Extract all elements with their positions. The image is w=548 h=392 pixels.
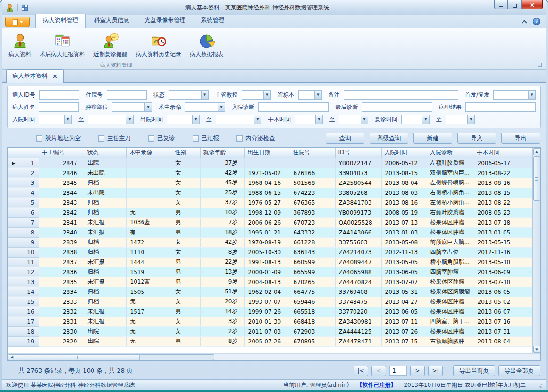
table-row[interactable]: 172831未汇报无女3岁2010-01-30668418ZA343098120…: [8, 317, 532, 326]
grid-cell[interactable]: 男: [172, 217, 200, 227]
grid-cell[interactable]: 2006-06-26: [244, 217, 290, 227]
column-header[interactable]: 性别: [172, 148, 200, 158]
grid-cell[interactable]: [244, 158, 290, 168]
grid-cell[interactable]: 2013-08-04: [381, 178, 427, 188]
grid-cell[interactable]: 1012蓝: [126, 277, 172, 287]
grid-cell[interactable]: 2847: [39, 158, 84, 168]
action-button-高级查询[interactable]: 高级查询: [370, 133, 408, 144]
grid-cell[interactable]: 33755603: [335, 237, 381, 247]
horizontal-scrollbar[interactable]: ◀: [8, 354, 214, 360]
grid-cell[interactable]: 男: [172, 336, 200, 346]
column-header[interactable]: 手术时间: [474, 148, 532, 158]
grid-cell[interactable]: 37岁: [200, 198, 244, 208]
grid-cell[interactable]: 2013-06-05: [474, 287, 532, 297]
grid-cell[interactable]: 676166: [290, 168, 335, 178]
grid-cell[interactable]: 1976-05-27: [244, 198, 290, 208]
grid-cell[interactable]: 2842: [39, 208, 84, 217]
maximize-button[interactable]: [508, 0, 522, 9]
grid-cell[interactable]: 13岁: [200, 267, 244, 277]
grid-cell[interactable]: 2837: [39, 257, 84, 267]
grid-cell[interactable]: 2013-08-22: [474, 168, 532, 178]
column-header[interactable]: 住院号: [290, 148, 335, 158]
grid-cell[interactable]: 643332: [290, 227, 335, 237]
combo-dropdown-arrow-icon[interactable]: ▼: [314, 91, 321, 99]
grid-cell[interactable]: 2846: [39, 168, 84, 178]
grid-cell[interactable]: 男: [172, 267, 200, 277]
grid-cell[interactable]: 归档: [84, 178, 126, 188]
grid-cell[interactable]: 2013-05-02: [474, 297, 532, 307]
grid-cell[interactable]: 3岁: [200, 317, 244, 326]
column-header[interactable]: 入院诊断: [427, 148, 474, 158]
grid-cell[interactable]: YB0072147: [335, 158, 381, 168]
grid-cell[interactable]: 松果体区肿瘤: [427, 217, 474, 227]
filter-combo[interactable]: ▼: [446, 115, 475, 124]
grid-cell[interactable]: 2832: [39, 307, 84, 317]
grid-cell[interactable]: 7岁: [200, 217, 244, 227]
grid-cell[interactable]: 1968-04-16: [244, 178, 290, 188]
grid-cell[interactable]: 桥小脑角胆脂...: [427, 257, 474, 267]
action-button-查询[interactable]: 查询: [326, 133, 364, 144]
filter-text-input[interactable]: [344, 90, 458, 100]
scroll-up-icon[interactable]: ▲: [533, 148, 540, 155]
grid-cell[interactable]: 男: [172, 208, 200, 217]
grid-cell[interactable]: 女: [172, 188, 200, 198]
grid-cell[interactable]: 2013-06-05: [381, 267, 427, 277]
grid-cell[interactable]: 女: [172, 287, 200, 297]
grid-cell[interactable]: 1517: [126, 307, 172, 317]
checkbox-box[interactable]: [148, 135, 154, 142]
ribbon-tab-system[interactable]: 系统管理: [194, 14, 232, 28]
combo-dropdown-arrow-icon[interactable]: ▼: [126, 115, 133, 124]
scroll-down-icon[interactable]: ▼: [533, 346, 540, 353]
grid-cell[interactable]: 女: [172, 158, 200, 168]
grid-cell[interactable]: 2013-06-09: [474, 267, 532, 277]
combo-dropdown-arrow-icon[interactable]: ▼: [218, 103, 225, 111]
dialog-launcher-icon[interactable]: [538, 63, 542, 67]
filter-combo[interactable]: ▼: [112, 102, 152, 112]
close-button[interactable]: ×: [522, 0, 543, 9]
registered-link[interactable]: 【软件已注册】: [356, 381, 396, 389]
filter-text-input[interactable]: [258, 102, 329, 112]
column-header[interactable]: 术中录像: [126, 148, 172, 158]
grid-cell[interactable]: 2013-07-18: [474, 217, 532, 227]
combo-dropdown-arrow-icon[interactable]: ▼: [144, 103, 152, 111]
grid-cell[interactable]: 2005-07-26: [244, 336, 290, 346]
grid-cell[interactable]: [126, 198, 172, 208]
collapse-ribbon-chevron-icon[interactable]: [522, 20, 527, 25]
grid-cell[interactable]: 1998-12-09: [244, 208, 290, 217]
grid-cell[interactable]: 2013-08-16: [474, 178, 532, 188]
ribbon-tab-media[interactable]: 光盘录像带管理: [137, 14, 193, 28]
grid-cell[interactable]: 女: [172, 168, 200, 178]
grid-cell[interactable]: 左侧蝶骨嵴脑...: [427, 178, 474, 188]
filter-combo[interactable]: ▼: [298, 90, 322, 100]
filter-text-input[interactable]: [465, 102, 536, 112]
grid-cell[interactable]: ZA4214073: [335, 247, 381, 257]
column-header[interactable]: 出生日期: [244, 148, 290, 158]
column-header[interactable]: 手工编号: [39, 148, 84, 158]
grid-cell[interactable]: 2013-08-15: [381, 168, 427, 178]
grid-cell[interactable]: 670895: [290, 336, 335, 346]
grid-cell[interactable]: 2013-04-27: [381, 297, 427, 307]
grid-cell[interactable]: 男: [172, 277, 200, 287]
grid-cell[interactable]: 2008-05-23: [474, 208, 532, 217]
grid-cell[interactable]: 2013-08-03: [381, 188, 427, 198]
first-page-button[interactable]: |<: [354, 366, 368, 376]
grid-cell[interactable]: 2013-07-31: [474, 326, 532, 336]
grid-cell[interactable]: 女: [172, 247, 200, 257]
grid-cell[interactable]: 2844: [39, 188, 84, 198]
column-header[interactable]: [8, 148, 20, 158]
filter-combo[interactable]: ▼: [401, 115, 430, 124]
grid-cell[interactable]: 未汇报: [84, 217, 126, 227]
filter-combo[interactable]: ▼: [169, 90, 209, 100]
grid-cell[interactable]: ZA4478471: [335, 336, 381, 346]
ribbon-tab-staff-info[interactable]: 科室人员信息: [87, 14, 136, 28]
grid-cell[interactable]: 1444: [126, 257, 172, 267]
table-row[interactable]: 42844未出院女25岁1988-06-15674223338052682013…: [8, 188, 532, 198]
minimize-button[interactable]: [494, 0, 508, 9]
grid-cell[interactable]: 1988-06-15: [244, 188, 290, 198]
grid-cell[interactable]: 归档: [84, 287, 126, 297]
grid-cell[interactable]: ZA4065988: [335, 267, 381, 277]
grid-cell[interactable]: 20岁: [200, 297, 244, 307]
table-row[interactable]: 102838归档1110女8岁2005-10-30636143ZA4214073…: [8, 247, 532, 257]
grid-cell[interactable]: 9岁: [200, 277, 244, 287]
grid-cell[interactable]: 女: [172, 198, 200, 208]
